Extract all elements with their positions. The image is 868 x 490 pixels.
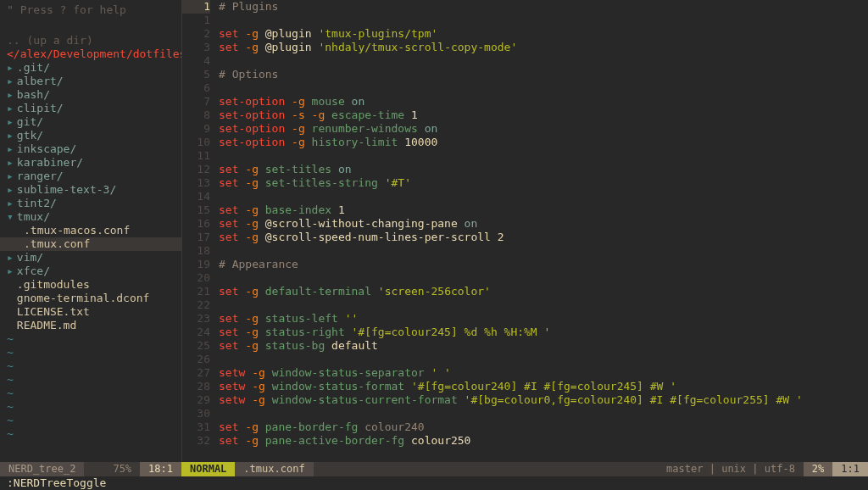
editor-pane[interactable]: # Plugins set -g @plugin 'tmux-plugins/t… [215,0,868,461]
status-bar: NERD_tree_2 75% 18:1 NORMAL .tmux.conf m… [0,462,868,476]
empty-line-tilde: ~ [0,387,181,400]
tree-folder[interactable]: ▸xfce/ [0,264,181,278]
code-line[interactable]: set -g set-titles-string '#T' [219,176,868,190]
empty-line-tilde: ~ [0,346,181,359]
statusbar-mode: NORMAL [181,462,235,476]
line-number: 2 [182,27,210,41]
code-line[interactable]: set -g pane-active-border-fg colour250 [219,434,868,448]
code-line[interactable]: set-option -s -g escape-time 1 [219,109,868,122]
tree-file[interactable]: .tmux-macos.conf [0,224,181,237]
tree-folder[interactable]: ▸inkscape/ [0,142,181,156]
empty-line-tilde: ~ [0,427,181,441]
line-number: 27 [182,366,210,380]
code-line[interactable]: set -g pane-border-fg colour240 [219,420,868,434]
line-number: 28 [182,380,210,393]
tree-file[interactable]: ▸gnome-terminal.dconf [0,292,181,305]
tree-file[interactable]: ▸LICENSE.txt [0,305,181,319]
code-line[interactable] [219,353,868,366]
folder-arrow-icon: ▸ [7,251,14,264]
tree-file[interactable]: ▸README.md [0,319,181,332]
code-line[interactable] [219,190,868,203]
tree-folder[interactable]: ▸sublime-text-3/ [0,183,181,197]
nerdtree-sidebar[interactable]: " Press ? for help .. (up a dir) </alex/… [0,0,181,461]
code-line[interactable] [219,149,868,163]
line-number: 10 [182,136,210,149]
tree-folder[interactable]: ▸git/ [0,115,181,129]
nerdtree-up-dir[interactable]: .. (up a dir) [0,34,181,47]
tree-folder[interactable]: ▸.git/ [0,61,181,75]
folder-arrow-icon: ▸ [7,115,14,128]
line-number: 16 [182,217,210,231]
line-number: 13 [182,176,210,190]
code-line[interactable] [219,407,868,420]
line-number: 5 [182,68,210,81]
code-line[interactable]: setw -g window-status-format '#[fg=colou… [219,380,868,393]
code-line[interactable]: # Options [219,68,868,81]
folder-arrow-icon: ▸ [7,102,14,114]
folder-name: inkscape/ [17,142,76,155]
code-line[interactable]: # Appearance [219,258,868,271]
code-line[interactable]: # Plugins [219,0,868,14]
tree-folder[interactable]: ▾tmux/ [0,210,181,224]
command-line[interactable]: :NERDTreeToggle [0,476,868,490]
folder-name: karabiner/ [17,156,83,169]
statusbar-nerdtree-name: NERD_tree_2 [0,462,84,476]
tree-file[interactable]: .tmux.conf [0,237,181,251]
code-line[interactable] [219,14,868,27]
statusbar-pct: 2% [804,462,832,476]
folder-name: ranger/ [17,170,64,182]
line-number: 26 [182,353,210,366]
file-name: .gitmodules [17,278,90,291]
code-line[interactable]: set -g status-right '#[fg=colour245] %d … [219,326,868,339]
line-number: 31 [182,420,210,434]
code-line[interactable]: set -g @scroll-without-changing-pane on [219,217,868,231]
code-line[interactable]: setw -g window-status-separator ' ' [219,366,868,380]
folder-name: .git/ [17,61,50,74]
folder-arrow-icon: ▸ [7,75,14,87]
line-number: 19 [182,258,210,271]
code-line[interactable]: set -g status-left '' [219,312,868,326]
file-name: README.md [17,319,76,331]
tree-folder[interactable]: ▸albert/ [0,75,181,88]
line-number: 12 [182,163,210,176]
code-line[interactable] [219,54,868,68]
code-line[interactable]: set -g @plugin 'nhdaly/tmux-scroll-copy-… [219,41,868,54]
code-line[interactable]: setw -g window-status-current-format '#[… [219,393,868,407]
code-line[interactable] [219,271,868,285]
file-name: LICENSE.txt [17,305,90,318]
code-line[interactable]: set-option -g renumber-windows on [219,122,868,136]
line-number: 14 [182,190,210,203]
code-line[interactable] [219,81,868,95]
folder-name: tint2/ [17,197,57,209]
code-line[interactable]: set -g @scroll-speed-num-lines-per-scrol… [219,231,868,244]
tree-folder[interactable]: ▸tint2/ [0,197,181,210]
statusbar-filename: .tmux.conf [235,462,313,476]
code-line[interactable] [219,244,868,258]
tree-folder[interactable]: ▸vim/ [0,251,181,264]
nerdtree-root-path[interactable]: </alex/Development/dotfiles/ [0,47,181,61]
empty-line-tilde: ~ [0,400,181,414]
tree-folder[interactable]: ▸karabiner/ [0,156,181,170]
folder-arrow-icon: ▸ [7,61,14,74]
code-line[interactable]: set -g status-bg default [219,339,868,353]
statusbar-pos: 1:1 [832,462,868,476]
empty-line-tilde: ~ [0,414,181,427]
tree-folder[interactable]: ▸clipit/ [0,102,181,115]
empty-line-tilde: ~ [0,359,181,373]
tree-file[interactable]: ▸.gitmodules [0,278,181,292]
folder-name: tmux/ [17,210,50,223]
tree-folder[interactable]: ▸gtk/ [0,129,181,142]
code-line[interactable] [219,298,868,312]
tree-folder[interactable]: ▸bash/ [0,88,181,102]
code-line[interactable]: set -g base-index 1 [219,203,868,217]
statusbar-nerdtree-pct: 75% [104,462,140,476]
tree-folder[interactable]: ▸ranger/ [0,170,181,183]
code-line[interactable]: set-option -g mouse on [219,95,868,109]
code-line[interactable]: set -g @plugin 'tmux-plugins/tpm' [219,27,868,41]
code-line[interactable]: set-option -g history-limit 10000 [219,136,868,149]
line-number: 29 [182,393,210,407]
code-line[interactable]: set -g set-titles on [219,163,868,176]
code-line[interactable]: set -g default-terminal 'screen-256color… [219,285,868,298]
line-number: 8 [182,109,210,122]
nerdtree-help-hint: " Press ? for help [0,0,181,20]
